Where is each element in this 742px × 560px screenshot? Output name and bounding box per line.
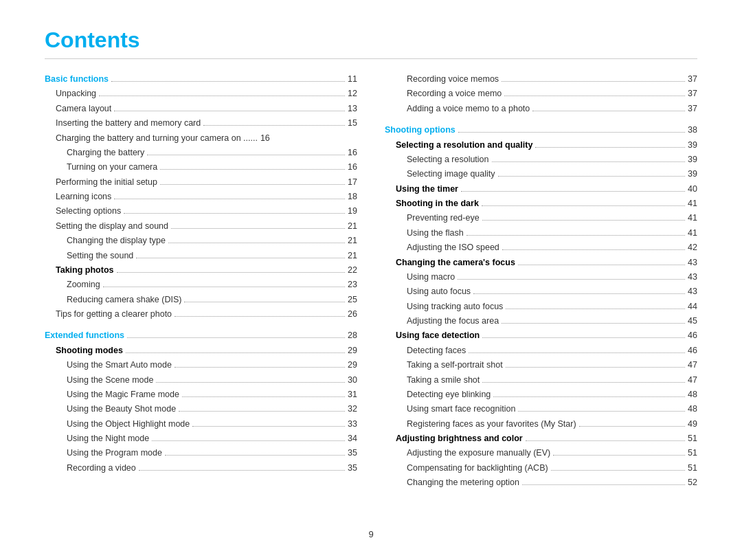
- toc-label: Using the Beauty Shot mode: [67, 403, 176, 416]
- toc-entry: Using the Beauty Shot mode32: [45, 403, 357, 416]
- toc-dots: [156, 382, 345, 383]
- toc-entry: Changing the camera's focus43: [385, 256, 697, 269]
- toc-page: 37: [688, 73, 697, 86]
- toc-label: Learning icons: [56, 190, 111, 203]
- toc-dots: [532, 111, 685, 111]
- toc-dots: [139, 470, 345, 471]
- toc-dots: [469, 352, 685, 353]
- title-divider: [45, 58, 697, 59]
- toc-label: Using the Scene mode: [67, 374, 153, 387]
- toc-dots: [160, 169, 345, 170]
- toc-page: 39: [688, 139, 697, 152]
- toc-page: 43: [688, 256, 697, 269]
- toc-entry: Setting the display and sound21: [45, 220, 357, 233]
- toc-label: Taking a smile shot: [407, 374, 480, 387]
- toc-page: 16: [260, 132, 270, 145]
- toc-label: Using the Program mode: [67, 447, 162, 460]
- toc-dots: [179, 411, 345, 412]
- page-title: Contents: [45, 27, 697, 53]
- toc-page: 43: [688, 271, 697, 284]
- toc-label: Basic functions: [45, 73, 109, 86]
- toc-label: Performing the initial setup: [56, 176, 157, 189]
- toc-dots: [482, 220, 685, 221]
- toc-label: Using the Object Highlight mode: [67, 418, 190, 431]
- toc-dots: [493, 396, 685, 397]
- toc-entry: Adjusting the focus area45: [385, 315, 697, 328]
- toc-page: 44: [688, 300, 697, 313]
- toc-page: 25: [348, 293, 357, 306]
- toc-dots: [482, 337, 685, 338]
- toc-label: Using the flash: [407, 227, 464, 240]
- toc-label: Selecting a resolution and quality: [396, 139, 532, 152]
- toc-dots: [518, 265, 685, 265]
- toc-page: 46: [688, 329, 697, 342]
- toc-label: Using macro: [407, 271, 455, 284]
- toc-page: 12: [348, 87, 357, 100]
- toc-page: 41: [688, 197, 697, 210]
- toc-label: Compensating for backlighting (ACB): [407, 462, 548, 475]
- toc-entry: Using the Magic Frame mode31: [45, 388, 357, 401]
- toc-dots: [147, 155, 345, 155]
- toc-label: Using the Magic Frame mode: [67, 388, 179, 401]
- toc-label: Changing the display type: [67, 234, 166, 247]
- toc-label: Taking a self-portrait shot: [407, 359, 503, 372]
- toc-dots: [184, 302, 345, 302]
- toc-dots: [461, 191, 685, 192]
- toc-entry: Compensating for backlighting (ACB)51: [385, 462, 697, 475]
- toc-entry: Reducing camera shake (DIS)25: [45, 293, 357, 306]
- toc-dots: [175, 316, 345, 317]
- toc-dots: [127, 337, 345, 338]
- toc-entry: Charging the battery and turning your ca…: [45, 132, 357, 145]
- toc-label: Adding a voice memo to a photo: [407, 102, 530, 115]
- toc-dots: [535, 147, 685, 148]
- toc-dots: [203, 125, 345, 126]
- toc-entry: Using tracking auto focus44: [385, 300, 697, 313]
- toc-dots: [506, 309, 685, 309]
- toc-label: Preventing red-eye: [407, 212, 480, 225]
- toc-entry: Adjusting the ISO speed42: [385, 241, 697, 254]
- toc-label: Charging the battery and turning your ca…: [56, 132, 258, 145]
- left-column: Basic functions11Unpacking12Camera layou…: [45, 73, 357, 491]
- toc-label: Using the Smart Auto mode: [67, 359, 172, 372]
- toc-entry: Using smart face recognition48: [385, 403, 697, 416]
- toc-entry: Detecting eye blinking48: [385, 388, 697, 401]
- toc-page: 11: [348, 73, 357, 86]
- toc-dots: [526, 440, 685, 441]
- toc-label: Using smart face recognition: [407, 403, 515, 416]
- toc-dots: [482, 382, 685, 383]
- toc-page: 35: [348, 447, 357, 460]
- toc-entry: Using the Night mode34: [45, 432, 357, 445]
- toc-entry: Using the Program mode35: [45, 447, 357, 460]
- toc-page: 51: [688, 447, 697, 460]
- toc-entry: Adjusting brightness and color51: [385, 432, 697, 445]
- toc-page: 34: [348, 432, 357, 445]
- toc-page: 40: [688, 183, 697, 196]
- toc-label: Shooting options: [385, 124, 456, 137]
- toc-label: Selecting a resolution: [407, 153, 489, 166]
- toc-entry: Preventing red-eye41: [385, 212, 697, 225]
- toc-page: 30: [348, 374, 357, 387]
- toc-page: 35: [348, 462, 357, 475]
- toc-page: 41: [688, 227, 697, 240]
- page-number: 9: [368, 529, 373, 539]
- toc-label: Detecting eye blinking: [407, 388, 491, 401]
- toc-dots: [522, 484, 685, 485]
- toc-dots: [458, 132, 685, 133]
- toc-dots: [103, 287, 345, 287]
- toc-label: Inserting the battery and memory card: [56, 117, 201, 130]
- toc-page: 13: [348, 102, 357, 115]
- toc-page: 48: [688, 403, 697, 416]
- page: Contents Basic functions11Unpacking12Cam…: [0, 0, 742, 560]
- toc-entry: Camera layout13: [45, 102, 357, 115]
- toc-page: 46: [688, 344, 697, 357]
- toc-entry: Using face detection46: [385, 329, 697, 342]
- toc-label: Using tracking auto focus: [407, 300, 503, 313]
- toc-dots: [152, 440, 345, 441]
- toc-dots: [124, 213, 345, 214]
- toc-dots: [126, 352, 345, 353]
- toc-label: Charging the battery: [67, 146, 144, 159]
- toc-label: Registering faces as your favorites (My …: [407, 418, 576, 431]
- toc-dots: [165, 455, 345, 456]
- toc-dots: [492, 161, 686, 162]
- toc-entry: Selecting image quality39: [385, 168, 697, 181]
